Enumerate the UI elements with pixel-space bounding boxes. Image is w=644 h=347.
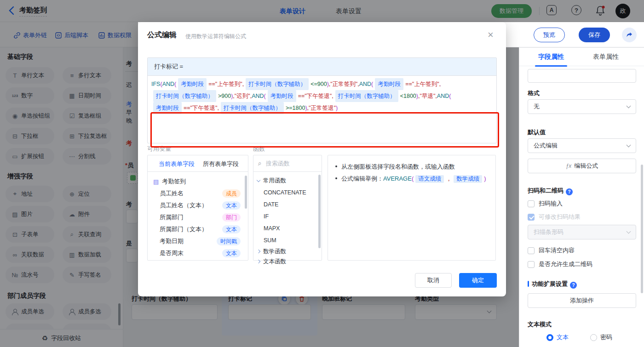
default-value-label: 默认值 xyxy=(528,128,546,137)
chevron-right-icon xyxy=(257,250,260,253)
hint-line-2: 公式编辑举例：AVERAGE(语文成绩，数学成绩) xyxy=(335,175,486,183)
variable-item[interactable]: 员工姓名成员 xyxy=(148,188,248,199)
variables-panel: 当前表单字段 所有表单字段 ▤考勤签到 员工姓名成员 员工姓名（文本）文本 所属… xyxy=(147,155,248,261)
app-root: 考勤签到 表单设计 表单设置 数据管理 A ? 政 表单外链 后端脚本 数据权限… xyxy=(0,0,644,347)
preview-button[interactable]: 预览 xyxy=(534,28,565,42)
function-item[interactable]: MAPX xyxy=(253,222,322,234)
checkbox-unchecked[interactable] xyxy=(528,200,535,207)
tab-current-form-fields[interactable]: 当前表单字段 xyxy=(159,160,195,168)
radio-selected[interactable] xyxy=(546,334,553,341)
edit-formula-button[interactable]: ƒx编辑公式 xyxy=(528,159,636,173)
function-item[interactable]: SUM xyxy=(253,234,322,246)
chevron-down-icon xyxy=(257,178,260,182)
field-type-tag: 文本 xyxy=(222,249,241,257)
modal-subtitle: 使用数学运算符编辑公式 xyxy=(185,33,246,40)
save-button[interactable]: 保存 xyxy=(579,28,610,42)
help-circle-icon[interactable]: ? xyxy=(566,188,573,195)
props-scrollbar[interactable] xyxy=(641,165,643,293)
field-type-tag: 文本 xyxy=(222,201,241,210)
variable-item[interactable]: 是否周末文本 xyxy=(148,247,248,259)
function-group-text[interactable]: 文本函数 xyxy=(253,256,322,267)
search-icon: ⌕ xyxy=(258,159,262,167)
field-type-tag: 成员 xyxy=(222,189,241,198)
checkbox-unchecked[interactable] xyxy=(528,247,535,254)
checkbox-checked-disabled[interactable] xyxy=(528,214,535,221)
function-item[interactable]: CONCATENATE xyxy=(253,187,322,199)
scan-type-select: 扫描条形码 xyxy=(528,225,636,239)
variables-scrollbar[interactable] xyxy=(245,176,247,209)
hint-panel: 从左侧面板选择字段名和函数，或输入函数 公式编辑举例：AVERAGE(语文成绩，… xyxy=(328,155,496,261)
modal-overlay-toolbar xyxy=(0,22,138,47)
function-item[interactable]: IF xyxy=(253,210,322,222)
formula-code[interactable]: IFS(AND(考勤时段=="上午签到",打卡时间（数字辅助）<=900),"正… xyxy=(151,78,493,114)
checkbox-unchecked[interactable] xyxy=(528,261,535,268)
variable-item[interactable]: 考勤日期时间戳 xyxy=(148,235,248,247)
chevron-right-icon xyxy=(257,260,260,263)
cancel-button[interactable]: 取消 xyxy=(415,273,452,288)
format-select[interactable]: 无 xyxy=(528,99,636,114)
share-arrow-icon xyxy=(626,31,633,39)
add-action-button[interactable]: 添加操作 xyxy=(528,293,636,308)
modal-overlay-top xyxy=(0,0,644,22)
tab-form-props[interactable]: 表单属性 xyxy=(593,53,619,61)
checkbox-modify-scan[interactable]: 可修改扫码结果 xyxy=(528,213,581,221)
functions-panel: ⌕ 常用函数 CONCATENATE DATE IF MAPX SUM 数学函数… xyxy=(253,155,322,261)
props-tabbar: 字段属性 表单属性 xyxy=(519,48,644,66)
help-circle-icon[interactable]: ? xyxy=(570,282,577,289)
field-type-tag: 时间戳 xyxy=(217,237,241,245)
scan-section-title: 扫码和二维码? xyxy=(528,187,573,195)
variable-tree-root[interactable]: ▤考勤签到 xyxy=(148,176,248,188)
checkbox-allow-qr[interactable]: 是否允许生成二维码 xyxy=(528,260,592,268)
formula-editor-modal: 公式编辑 使用数学运算符编辑公式 × 打卡标记 = IFS(AND(考勤时段==… xyxy=(138,22,506,296)
field-type-tag: 部门 xyxy=(222,213,241,222)
confirm-button[interactable]: 确定 xyxy=(459,273,497,288)
checkbox-enter-clear[interactable]: 回车清空内容 xyxy=(528,246,575,255)
close-icon[interactable]: × xyxy=(488,30,494,40)
props-input-partial[interactable] xyxy=(528,69,636,83)
hint-line-1: 从左侧面板选择字段名和函数，或输入函数 xyxy=(335,163,455,171)
text-mode-label: 文本模式 xyxy=(528,320,552,329)
functions-scrollbar[interactable] xyxy=(318,175,321,248)
variables-label: 可用变量 xyxy=(147,145,171,153)
function-item[interactable]: DATE xyxy=(253,199,322,210)
formula-target: 打卡标记 = xyxy=(148,58,496,76)
field-type-tag: 文本 xyxy=(222,225,241,233)
format-label: 格式 xyxy=(528,89,540,97)
radio-password-mode[interactable]: 密码 xyxy=(590,333,612,341)
active-tab-underline xyxy=(535,65,567,67)
tab-all-form-fields[interactable]: 所有表单字段 xyxy=(203,160,239,168)
function-search: ⌕ xyxy=(253,155,322,172)
modal-title: 公式编辑 xyxy=(147,30,177,40)
share-button[interactable] xyxy=(622,28,637,42)
properties-panel: 字段属性 表单属性 格式 无 默认值 公式编辑 ƒx编辑公式 扫码和二维码? 扫… xyxy=(519,47,644,347)
variables-tabbar: 当前表单字段 所有表单字段 xyxy=(148,155,248,172)
section-accent-bar xyxy=(528,281,529,287)
function-group-common[interactable]: 常用函数 xyxy=(253,175,322,187)
functions-label: 函数 xyxy=(253,145,265,153)
function-search-input[interactable] xyxy=(265,159,311,167)
variable-item[interactable]: 所属部门（文本）文本 xyxy=(148,223,248,235)
default-value-select[interactable]: 公式编辑 xyxy=(528,138,636,153)
form-doc-icon: ▤ xyxy=(153,178,159,185)
checkbox-scan-input[interactable]: 扫码输入 xyxy=(528,199,563,208)
tab-field-props[interactable]: 字段属性 xyxy=(538,53,564,61)
formula-highlight-box xyxy=(150,112,499,148)
formula-editor-box: 打卡标记 = IFS(AND(考勤时段=="上午签到",打卡时间（数字辅助）<=… xyxy=(147,57,497,143)
variable-item[interactable]: 所属部门部门 xyxy=(148,211,248,223)
fx-icon: ƒx xyxy=(566,163,572,169)
variable-item[interactable]: 员工姓名（文本）文本 xyxy=(148,199,248,211)
radio-unselected[interactable] xyxy=(590,334,597,341)
extension-section-title: 功能扩展设置? xyxy=(528,280,577,289)
radio-text-mode[interactable]: 文本 xyxy=(546,333,569,341)
